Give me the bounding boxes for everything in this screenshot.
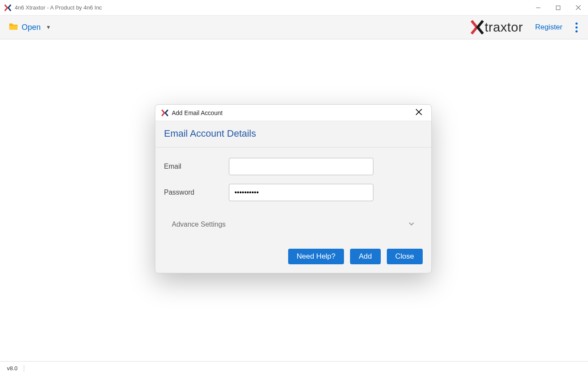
folder-icon — [9, 22, 18, 32]
more-dots-icon — [575, 22, 578, 25]
maximize-button[interactable] — [548, 0, 568, 16]
register-link[interactable]: Register — [535, 23, 562, 32]
window-controls — [528, 0, 588, 16]
open-label: Open — [22, 23, 41, 32]
chevron-down-icon — [408, 220, 415, 229]
main-area: Add Email Account Email Account Details … — [0, 39, 588, 361]
close-dialog-button[interactable] — [412, 106, 425, 119]
window-titlebar: 4n6 Xtraxtor - A Product by 4n6 Inc — [0, 0, 588, 16]
email-row: Email — [164, 158, 423, 175]
dialog-titlebar: Add Email Account — [155, 105, 431, 121]
svg-rect-1 — [556, 6, 560, 10]
advance-settings-toggle[interactable]: Advance Settings — [164, 210, 423, 237]
need-help-button[interactable]: Need Help? — [288, 249, 344, 264]
logo-text: traxtor — [485, 20, 523, 35]
toolbar: Open ▼ traxtor Register — [0, 16, 588, 39]
close-window-button[interactable] — [568, 0, 588, 16]
more-menu-button[interactable] — [572, 19, 581, 36]
app-icon — [4, 4, 11, 11]
open-menu-button[interactable]: Open ▼ — [7, 20, 53, 35]
dialog-footer: Need Help? Add Close — [155, 244, 431, 273]
minimize-button[interactable] — [528, 0, 548, 16]
dialog-header: Email Account Details — [155, 121, 431, 147]
advance-settings-label: Advance Settings — [172, 221, 408, 228]
window-title: 4n6 Xtraxtor - A Product by 4n6 Inc — [15, 4, 528, 11]
dialog-heading: Email Account Details — [164, 128, 423, 139]
password-row: Password — [164, 184, 423, 201]
add-button[interactable]: Add — [350, 249, 380, 264]
dialog-body: Email Password Advance Settings — [155, 147, 431, 244]
dropdown-caret-icon: ▼ — [46, 24, 51, 30]
logo-x-icon — [471, 20, 484, 35]
dialog-app-icon — [161, 109, 168, 116]
password-label: Password — [164, 189, 229, 196]
dialog-title: Add Email Account — [172, 109, 412, 116]
password-input[interactable] — [229, 184, 373, 201]
version-label: v8.0 — [7, 365, 24, 372]
status-bar: v8.0 — [0, 361, 588, 375]
close-button[interactable]: Close — [387, 249, 423, 264]
email-label: Email — [164, 163, 229, 170]
add-email-account-dialog: Add Email Account Email Account Details … — [155, 104, 432, 273]
app-logo: traxtor — [471, 20, 523, 35]
email-input[interactable] — [229, 158, 373, 175]
